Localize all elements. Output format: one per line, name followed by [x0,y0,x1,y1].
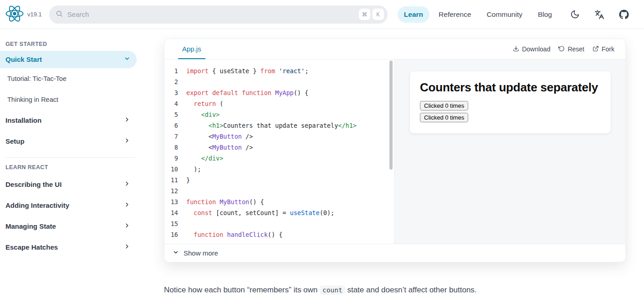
chevron-down-icon [173,249,179,257]
github-icon[interactable] [614,5,634,24]
code-line-11: 11} [164,175,394,186]
code-line-4: 4 return ( [164,98,394,109]
sidebar: GET STARTEDQuick StartTutorial: Tic-Tac-… [0,29,137,296]
line-number: 16 [164,229,178,240]
fork-label: Fork [602,45,614,53]
sidebar-section-label-learn-react: LEARN REACT [0,158,137,174]
reset-button[interactable]: Reset [558,45,584,53]
reset-label: Reset [567,45,584,53]
counter-button-2[interactable]: Clicked 0 times [420,113,468,122]
code-line-8: 8 <MyButton /> [164,142,394,153]
sidebar-item-setup[interactable]: Setup [0,131,137,152]
code-line-5: 5 <div> [164,109,394,120]
chevron-right-icon [124,243,130,252]
line-number: 10 [164,164,178,175]
sidebar-item-label: Thinking in React [7,95,58,104]
tab-appjs-label: App.js [182,45,201,53]
nav-link-reference[interactable]: Reference [432,6,478,23]
inline-code-count: count [320,286,345,295]
code-line-15: 15 [164,218,394,229]
nav-icon-buttons [565,5,634,24]
nav-link-learn[interactable]: Learn [398,6,429,23]
sidebar-item-adding-interactivity[interactable]: Adding Interactivity [0,195,137,216]
sidebar-item-tutorial-tic-tac-toe[interactable]: Tutorial: Tic-Tac-Toe [0,68,137,89]
code-text: import { useState } from 'react'; [186,65,308,76]
code-text: <MyButton /> [186,131,253,142]
code-text: <MyButton /> [186,142,253,153]
sidebar-item-installation[interactable]: Installation [0,110,137,131]
line-number: 14 [164,207,178,218]
sidebar-item-label: Adding Interactivity [5,201,69,210]
download-label: Download [522,45,550,53]
main-content: App.js DownloadResetFork 1import { useSt… [164,29,626,296]
nav-link-blog[interactable]: Blog [532,6,558,23]
code-line-10: 10 ); [164,164,394,175]
chevron-right-icon [124,116,130,125]
code-editor[interactable]: 1import { useState } from 'react';23expo… [164,60,395,244]
code-text: function handleClick() { [186,229,282,240]
preview-heading: Counters that update separately [420,80,601,95]
sidebar-item-label: Managing State [5,222,56,231]
line-number: 6 [164,120,178,131]
reset-icon [558,45,565,53]
sidebar-section-label-get-started: GET STARTED [0,35,137,51]
download-icon [513,45,519,53]
line-number: 2 [164,76,178,87]
search-icon [56,10,63,19]
fork-button[interactable]: Fork [593,45,614,53]
line-number: 13 [164,196,178,207]
code-line-13: 13function MyButton() { [164,196,394,207]
chevron-right-icon [124,201,130,210]
nav-link-community[interactable]: Community [480,6,529,23]
sidebar-item-thinking-in-react[interactable]: Thinking in React [0,89,137,110]
code-line-1: 1import { useState } from 'react'; [164,65,394,76]
code-line-7: 7 <MyButton /> [164,131,394,142]
k-key-label: K [373,9,384,20]
search-placeholder: Search [67,10,357,18]
sidebar-item-label: Installation [5,116,41,125]
counter-button-1[interactable]: Clicked 0 times [420,101,468,110]
code-text: } [186,175,190,186]
code-line-9: 9 </div> [164,153,394,164]
code-line-6: 6 <h1>Counters that update separately</h… [164,120,394,131]
download-button[interactable]: Download [513,45,550,53]
code-text: </div> [186,153,223,164]
cmd-key-icon [359,9,370,20]
code-lines: 1import { useState } from 'react';23expo… [164,65,394,240]
chevron-right-icon [124,180,130,189]
line-number: 9 [164,153,178,164]
top-nav: v19.1 Search K LearnReferenceCommunityBl… [0,0,644,29]
sidebar-item-quick-start[interactable]: Quick Start [0,51,137,68]
chevron-right-icon [124,137,130,146]
translate-icon[interactable] [589,5,609,24]
chevron-down-icon [124,55,130,64]
dark-mode-icon[interactable] [565,5,585,24]
sidebar-item-describing-the-ui[interactable]: Describing the UI [0,174,137,195]
search-input[interactable]: Search K [49,5,388,24]
version-label[interactable]: v19.1 [27,11,42,18]
sidebar-item-managing-state[interactable]: Managing State [0,216,137,237]
code-scrollbar[interactable] [389,60,393,170]
preview-card: Counters that update separately Clicked … [410,71,611,133]
sidebar-item-label: Quick Start [5,55,42,64]
sandbox-body: 1import { useState } from 'react';23expo… [164,60,625,244]
chevron-right-icon [124,222,130,231]
show-more-label: Show more [184,249,218,257]
tab-active-underline [178,58,205,59]
tab-appjs[interactable]: App.js [178,39,205,59]
sandbox-actions: DownloadResetFork [513,39,614,59]
fork-icon [593,45,599,53]
line-number: 11 [164,175,178,186]
code-text: ); [186,164,201,175]
code-text: <div> [186,109,220,120]
show-more-button[interactable]: Show more [164,244,625,262]
code-line-12: 12 [164,186,394,196]
article-text-after: state and doesn’t affect other buttons. [345,286,477,294]
code-text: return ( [186,98,223,109]
brand[interactable]: v19.1 [5,5,42,25]
sidebar-item-label: Tutorial: Tic-Tac-Toe [7,74,66,83]
code-sandbox: App.js DownloadResetFork 1import { useSt… [164,39,626,262]
code-line-16: 16 function handleClick() { [164,229,394,240]
code-text: function MyButton() { [186,196,264,207]
sidebar-item-escape-hatches[interactable]: Escape Hatches [0,237,137,258]
